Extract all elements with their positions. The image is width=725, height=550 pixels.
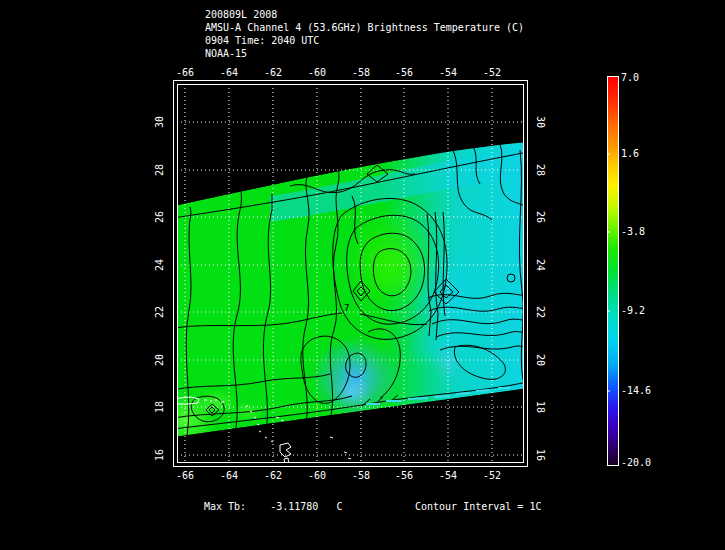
lat-tick-label-left: 24 xyxy=(154,256,166,274)
colorbar-gradient xyxy=(608,77,619,466)
colorbar-label: -20.0 xyxy=(621,457,651,469)
colorbar-label: -9.2 xyxy=(621,305,645,317)
lat-tick-label-right: 26 xyxy=(534,208,546,226)
lat-tick-label-left: 16 xyxy=(154,446,166,464)
lon-tick-label-top: -60 xyxy=(302,67,332,79)
lat-tick-label-left: 28 xyxy=(154,161,166,179)
lon-tick-label-bottom: -66 xyxy=(170,470,200,482)
colorbar-label: 7.0 xyxy=(621,72,639,84)
lat-tick-label-right: 28 xyxy=(534,161,546,179)
lat-tick-label-left: 26 xyxy=(154,208,166,226)
lon-tick-label-top: -62 xyxy=(258,67,288,79)
amsu-brightness-temperature-plot: { "header": { "line1": "200809L 2008", "… xyxy=(0,0,725,550)
colorbar-label: -3.8 xyxy=(621,226,645,238)
lon-tick-label-bottom: -56 xyxy=(389,470,419,482)
colorbar xyxy=(607,77,619,466)
lat-tick-label-right: 22 xyxy=(534,303,546,321)
lat-tick-label-right: 18 xyxy=(534,398,546,416)
swath-color-field xyxy=(154,130,528,450)
lon-tick-label-bottom: -52 xyxy=(477,470,507,482)
lon-tick-label-bottom: -64 xyxy=(214,470,244,482)
lon-tick-label-bottom: -60 xyxy=(302,470,332,482)
lon-tick-label-top: -58 xyxy=(346,67,376,79)
map-canvas xyxy=(0,0,725,550)
contour-value-label: 7 xyxy=(344,304,349,313)
lat-tick-label-right: 24 xyxy=(534,256,546,274)
colorbar-label: -14.6 xyxy=(621,385,651,397)
colorbar-label: 1.6 xyxy=(621,148,639,160)
lat-tick-label-right: 16 xyxy=(534,446,546,464)
lon-tick-label-top: -52 xyxy=(477,67,507,79)
lat-tick-label-left: 30 xyxy=(154,113,166,131)
lon-tick-label-top: -56 xyxy=(389,67,419,79)
lat-tick-label-left: 22 xyxy=(154,303,166,321)
lon-tick-label-bottom: -54 xyxy=(433,470,463,482)
lat-tick-label-right: 30 xyxy=(534,113,546,131)
lon-tick-label-top: -54 xyxy=(433,67,463,79)
lon-tick-label-bottom: -58 xyxy=(346,470,376,482)
lat-tick-label-left: 18 xyxy=(154,398,166,416)
lat-tick-label-left: 20 xyxy=(154,351,166,369)
lon-tick-label-top: -66 xyxy=(170,67,200,79)
lat-tick-label-right: 20 xyxy=(534,351,546,369)
lon-tick-label-top: -64 xyxy=(214,67,244,79)
contour-interval-caption: Contour Interval = 1C xyxy=(415,501,541,513)
lon-tick-label-bottom: -62 xyxy=(258,470,288,482)
max-tb-caption: Max Tb: -3.11780 C xyxy=(204,501,342,513)
